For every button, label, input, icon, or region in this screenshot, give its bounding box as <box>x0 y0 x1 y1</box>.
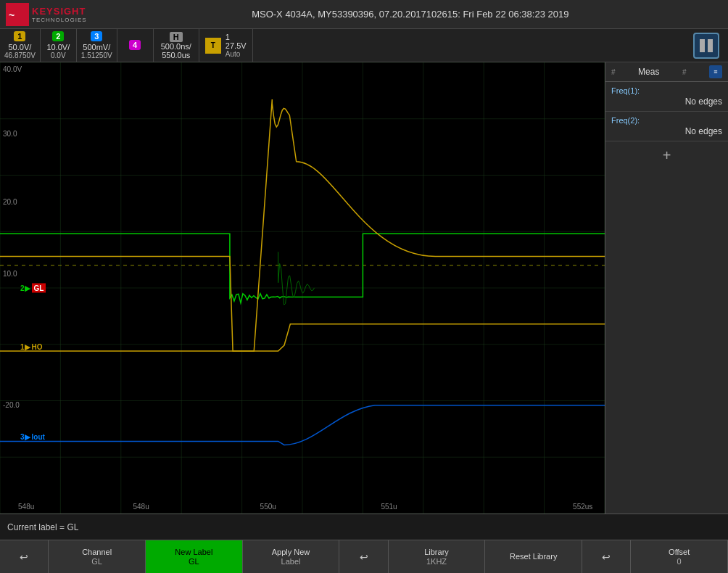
undo-right-button[interactable]: ↩ <box>582 540 631 573</box>
trigger-level: 27.5V <box>226 41 247 50</box>
freq1-measurement: Freq(1): No edges <box>605 82 728 112</box>
svg-text:~: ~ <box>9 9 15 21</box>
ch2-scale: 10.0V/ <box>46 43 70 51</box>
hash-right: # <box>682 68 687 76</box>
ch1-offset: 46.8750V <box>4 51 36 59</box>
offset-btn-bot: 0 <box>677 557 682 566</box>
controls-row: 1 50.0V/ 46.8750V 2 10.0V/ 0.0V 3 500mV/… <box>0 29 728 62</box>
x-label-2: 548u <box>133 503 149 511</box>
y-label-40: 40.0V <box>3 65 22 73</box>
undo-channel-button[interactable]: ↩ <box>0 540 49 573</box>
y-label-30: 30.0 <box>3 130 17 138</box>
measurements-panel: # Meas # ≡ Freq(1): No edges Freq(2): No… <box>605 62 728 514</box>
channel-btn-label: Channel <box>82 548 112 556</box>
ch3-offset: 1.51250V <box>81 51 112 59</box>
ch3-scale: 500mV/ <box>83 43 110 51</box>
undo-right-icon: ↩ <box>602 551 611 563</box>
undo-mid-icon: ↩ <box>360 551 368 563</box>
undo-mid-button[interactable]: ↩ <box>339 540 388 573</box>
logo-brand: KEYSIGHT <box>32 6 87 17</box>
channel2-control[interactable]: 2 10.0V/ 0.0V <box>41 29 77 62</box>
meas-panel-icon[interactable]: ≡ <box>709 65 722 78</box>
current-label-text: Current label = GL <box>7 522 78 532</box>
main-area: 40.0V 30.0 20.0 10.0 -20.0 548u 548u 550… <box>0 62 728 514</box>
offset-button[interactable]: Offset 0 <box>631 540 728 573</box>
x-label-1: 548u <box>18 503 34 511</box>
y-label-minus20: -20.0 <box>3 401 20 409</box>
horizontal-control[interactable]: H 500.0ns/ 550.0us <box>154 29 199 62</box>
title-bar: MSO-X 4034A, MY53390396, 07.20.201710261… <box>99 9 722 20</box>
channel1-control[interactable]: 1 50.0V/ 46.8750V <box>0 29 41 62</box>
ch2-offset: 0.0V <box>51 51 66 59</box>
new-label-btn-bot: GL <box>189 557 199 566</box>
x-label-3: 550u <box>260 503 276 511</box>
channel-button[interactable]: Channel GL <box>49 540 146 573</box>
new-label-btn-top: New Label <box>175 548 212 556</box>
ch3-indicator: 3▶ <box>20 433 30 441</box>
ch3-label: 3 <box>91 31 102 41</box>
library-btn-bot: 1KHZ <box>426 557 447 566</box>
run-icon <box>698 37 715 54</box>
freq1-value: No edges <box>611 96 722 107</box>
freq2-measurement: Freq(2): No edges <box>605 112 728 141</box>
apply-btn-top: Apply New <box>272 548 310 556</box>
y-label-10: 10.0 <box>3 270 17 278</box>
trigger-mode: Auto <box>226 50 247 58</box>
offset-btn-top: Offset <box>669 548 690 556</box>
ch2-waveform-label: 2▶ GL <box>20 284 46 293</box>
apply-new-label-button[interactable]: Apply New Label <box>243 540 340 573</box>
channel3-control[interactable]: 3 500mV/ 1.51250V <box>77 29 117 62</box>
svg-rect-3 <box>708 39 713 52</box>
logo: ~ KEYSIGHT TECHNOLOGIES <box>6 3 87 26</box>
ch3-waveform-label: 3▶ Iout <box>20 433 45 441</box>
reset-library-button[interactable]: Reset Library <box>485 540 582 573</box>
add-measurement-button[interactable]: + <box>605 141 728 170</box>
run-stop-button[interactable] <box>693 33 719 59</box>
scope-title: MSO-X 4034A, MY53390396, 07.20.201710261… <box>252 9 568 20</box>
bottom-bar: ↩ Channel GL New Label GL Apply New Labe… <box>0 540 728 573</box>
reset-lib-btn-top: Reset Library <box>510 552 557 561</box>
horiz-label: H <box>170 32 183 42</box>
ch4-label: 4 <box>129 40 141 50</box>
apply-btn-bot: Label <box>281 557 301 566</box>
ch1-scale: 50.0V/ <box>9 43 32 51</box>
freq1-label: Freq(1): <box>611 86 722 95</box>
library-button[interactable]: Library 1KHZ <box>389 540 486 573</box>
measurements-header: # Meas # ≡ <box>605 62 728 82</box>
scope-display[interactable]: 40.0V 30.0 20.0 10.0 -20.0 548u 548u 550… <box>0 62 605 514</box>
horiz-scale: 500.0ns/ <box>161 42 191 51</box>
y-label-20: 20.0 <box>3 198 17 206</box>
svg-rect-2 <box>700 39 705 52</box>
horiz-offset: 550.0us <box>162 51 190 59</box>
freq2-value: No edges <box>611 126 722 136</box>
ch1-label: 1 <box>14 31 25 41</box>
ch2-name-badge: GL <box>32 284 46 293</box>
ch1-indicator: 1▶ <box>20 342 30 350</box>
trigger-control[interactable]: T 1 27.5V Auto <box>199 29 253 62</box>
channel4-control[interactable]: 4 <box>117 29 154 62</box>
undo-icon: ↩ <box>20 551 28 563</box>
scope-canvas <box>0 62 605 514</box>
trigger-channel: 1 <box>226 33 247 41</box>
trigger-values: 1 27.5V Auto <box>226 33 247 58</box>
x-label-4: 551u <box>381 503 397 511</box>
header-bar: ~ KEYSIGHT TECHNOLOGIES MSO-X 4034A, MY5… <box>0 0 728 29</box>
hash-left: # <box>611 68 616 76</box>
ch3-name: Iout <box>32 433 45 441</box>
logo-text: KEYSIGHT TECHNOLOGIES <box>32 6 87 23</box>
ch1-waveform-label: 1▶ HO <box>20 342 43 350</box>
run-button-container <box>684 29 728 62</box>
logo-sub: TECHNOLOGIES <box>32 17 87 23</box>
channel-btn-value: GL <box>91 557 102 566</box>
x-label-5: 552us <box>573 503 592 511</box>
meas-title: Meas <box>638 67 659 77</box>
new-label-button[interactable]: New Label GL <box>146 540 243 573</box>
trigger-icon: T <box>205 38 221 54</box>
freq2-label: Freq(2): <box>611 116 722 125</box>
ch2-indicator: 2▶ <box>20 284 30 292</box>
ch1-name: HO <box>32 342 43 350</box>
library-btn-top: Library <box>424 548 449 556</box>
ch2-label: 2 <box>52 31 64 41</box>
status-bar: Current label = GL <box>0 514 728 540</box>
